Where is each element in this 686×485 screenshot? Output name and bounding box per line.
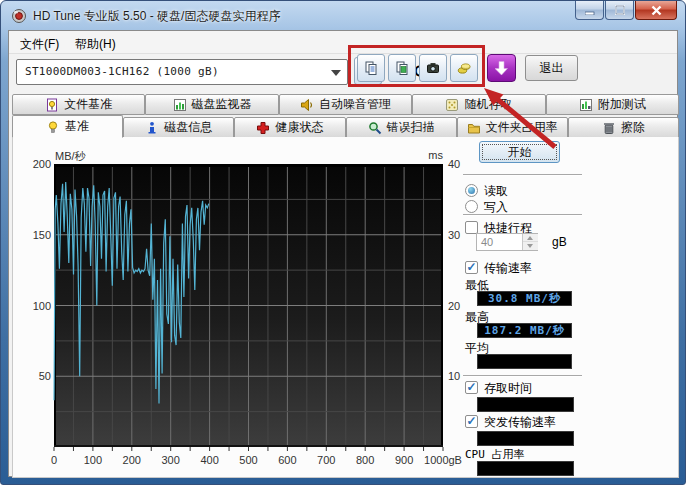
copy-text-icon bbox=[364, 61, 378, 75]
short-stroke-stepper[interactable]: 40 bbox=[476, 233, 538, 251]
tab-random-access[interactable]: 随机存取 bbox=[412, 94, 545, 115]
file-benchmark-icon bbox=[45, 98, 59, 112]
max-value-box: 187.2 MB/秒 bbox=[477, 323, 572, 338]
tab-label: 健康状态 bbox=[275, 119, 323, 136]
app-window: HD Tune 专业版 5.50 - 硬盘/固态硬盘实用程序 文件(F) 帮助(… bbox=[0, 0, 686, 485]
transfer-rate-label: 传输速率 bbox=[484, 260, 532, 277]
write-radio[interactable] bbox=[465, 200, 478, 213]
benchmark-icon bbox=[46, 120, 60, 134]
trash-icon bbox=[602, 121, 616, 135]
access-time-label: 存取时间 bbox=[484, 380, 532, 397]
menu-help[interactable]: 帮助(H) bbox=[71, 35, 120, 54]
info-icon bbox=[145, 121, 159, 135]
tab-health[interactable]: 健康状态 bbox=[234, 117, 345, 138]
tab-label: 擦除 bbox=[621, 119, 645, 136]
download-button[interactable] bbox=[487, 54, 516, 82]
tab-extra-tests[interactable]: 附加测试 bbox=[546, 94, 679, 115]
separator bbox=[463, 375, 582, 377]
benchmark-tab-strip: 基准 磁盘信息 健康状态 错误扫描 文件夹占用率 擦除 bbox=[12, 115, 679, 138]
y-left-tick: 150 bbox=[16, 229, 51, 241]
client-area: 文件(F) 帮助(H) ST1000DM003-1CH162 (1000 gB)… bbox=[8, 30, 678, 477]
chevron-down-icon bbox=[331, 70, 341, 76]
tab-folder-usage[interactable]: 文件夹占用率 bbox=[457, 117, 568, 138]
camera-icon bbox=[426, 61, 440, 75]
benchmark-page: MB/秒 ms 20015010050403020100100200300400… bbox=[12, 137, 679, 478]
x-tick: 1000gB bbox=[413, 454, 473, 466]
tab-label: 随机存取 bbox=[464, 96, 512, 113]
speaker-icon bbox=[300, 98, 314, 112]
separator bbox=[463, 174, 582, 176]
access-time-checkbox[interactable]: ✓ bbox=[465, 381, 478, 394]
exit-button[interactable]: 退出 bbox=[525, 55, 578, 81]
copy-text-button[interactable] bbox=[357, 54, 385, 82]
drive-select[interactable]: ST1000DM003-1CH162 (1000 gB) bbox=[16, 59, 348, 85]
save-button[interactable] bbox=[450, 54, 478, 82]
coins-icon bbox=[457, 61, 471, 75]
burst-rate-value-box bbox=[477, 431, 574, 446]
cpu-usage-value-box bbox=[477, 461, 574, 476]
tab-erase[interactable]: 擦除 bbox=[568, 117, 679, 138]
y-left-tick: 50 bbox=[16, 370, 51, 382]
app-icon bbox=[11, 8, 27, 24]
tab-label: 磁盘信息 bbox=[164, 119, 212, 136]
copy-image-icon bbox=[395, 61, 409, 75]
chart-canvas bbox=[54, 164, 443, 455]
min-value-box: 30.8 MB/秒 bbox=[477, 291, 572, 306]
start-button[interactable]: 开始 bbox=[479, 141, 560, 163]
y-left-tick: 100 bbox=[16, 300, 51, 312]
tab-label: 磁盘监视器 bbox=[192, 96, 252, 113]
avg-value-box bbox=[477, 354, 572, 369]
extra-tests-icon bbox=[579, 98, 593, 112]
tab-label: 错误扫描 bbox=[387, 119, 435, 136]
short-stroke-value: 40 bbox=[481, 236, 493, 248]
access-time-value-box bbox=[477, 397, 574, 412]
tab-disk-info[interactable]: 磁盘信息 bbox=[123, 117, 234, 138]
disk-monitor-icon bbox=[173, 98, 187, 112]
burst-rate-label: 突发传输速率 bbox=[484, 414, 556, 431]
tab-error-scan[interactable]: 错误扫描 bbox=[346, 117, 457, 138]
y-right-tick: 10 bbox=[448, 370, 460, 382]
stepper-up-icon[interactable] bbox=[523, 234, 538, 242]
y-left-tick: 200 bbox=[16, 158, 51, 170]
separator bbox=[463, 214, 582, 216]
benchmark-chart bbox=[54, 164, 443, 447]
transfer-rate-checkbox[interactable]: ✓ bbox=[465, 261, 478, 274]
minimize-button[interactable] bbox=[575, 1, 604, 20]
tab-label: 自动噪音管理 bbox=[319, 96, 391, 113]
copy-image-button[interactable] bbox=[388, 54, 416, 82]
burst-rate-checkbox[interactable]: ✓ bbox=[465, 415, 478, 428]
y-right-tick: 40 bbox=[448, 158, 460, 170]
download-icon bbox=[495, 61, 508, 76]
drive-select-value: ST1000DM003-1CH162 (1000 gB) bbox=[25, 65, 219, 78]
random-access-icon bbox=[445, 98, 459, 112]
tab-label: 文件夹占用率 bbox=[486, 119, 558, 136]
maximize-button[interactable] bbox=[605, 1, 634, 20]
tab-label: 附加测试 bbox=[598, 96, 646, 113]
folder-icon bbox=[467, 121, 481, 135]
tab-auto-acoustic[interactable]: 自动噪音管理 bbox=[279, 94, 412, 115]
read-radio-label: 读取 bbox=[484, 183, 508, 200]
tab-disk-monitor[interactable]: 磁盘监视器 bbox=[145, 94, 278, 115]
tab-label: 基准 bbox=[65, 118, 89, 135]
tab-benchmark[interactable]: 基准 bbox=[12, 115, 123, 138]
y-right-tick: 20 bbox=[448, 300, 460, 312]
short-stroke-unit: gB bbox=[552, 235, 567, 249]
stepper-down-icon[interactable] bbox=[523, 242, 538, 250]
health-cross-icon bbox=[256, 121, 270, 135]
read-radio[interactable] bbox=[465, 184, 478, 197]
close-button[interactable] bbox=[635, 1, 677, 20]
window-title: HD Tune 专业版 5.50 - 硬盘/固态硬盘实用程序 bbox=[33, 8, 280, 25]
menu-bar: 文件(F) 帮助(H) bbox=[9, 31, 677, 54]
cpu-usage-label: CPU 占用率 bbox=[465, 447, 525, 462]
y-axis-right-label: ms bbox=[413, 149, 443, 161]
feature-tab-strip: 文件基准 磁盘监视器 自动噪音管理 随机存取 附加测试 bbox=[12, 94, 679, 115]
tab-label: 文件基准 bbox=[64, 96, 112, 113]
screenshot-button[interactable] bbox=[419, 54, 447, 82]
tab-file-benchmark[interactable]: 文件基准 bbox=[12, 94, 145, 115]
y-right-tick: 30 bbox=[448, 229, 460, 241]
menu-file[interactable]: 文件(F) bbox=[16, 35, 63, 54]
y-axis-left-label: MB/秒 bbox=[55, 149, 86, 164]
title-bar: HD Tune 专业版 5.50 - 硬盘/固态硬盘实用程序 bbox=[1, 1, 685, 30]
magnifier-icon bbox=[368, 121, 382, 135]
